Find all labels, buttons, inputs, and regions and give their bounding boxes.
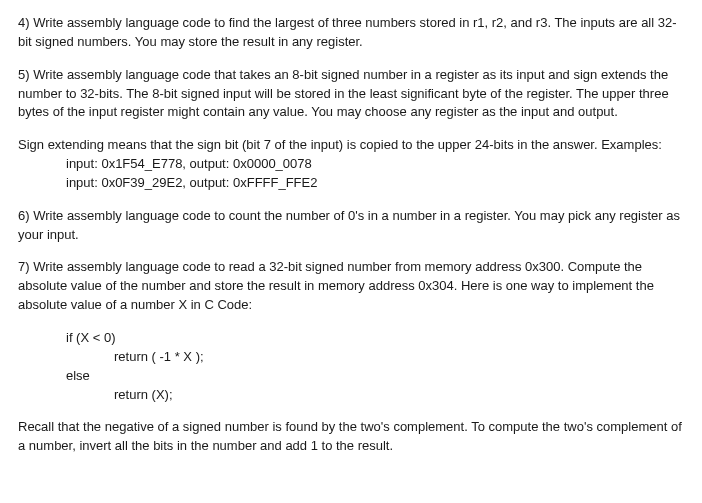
sign-extend-text: Sign extending means that the sign bit (… [18, 136, 684, 155]
code-line-2: return ( -1 * X ); [66, 348, 684, 367]
question-4: 4) Write assembly language code to find … [18, 14, 684, 52]
code-line-3: else [66, 367, 684, 386]
example-2: input: 0x0F39_29E2, output: 0xFFFF_FFE2 [18, 174, 684, 193]
question-5: 5) Write assembly language code that tak… [18, 66, 684, 123]
question-6: 6) Write assembly language code to count… [18, 207, 684, 245]
code-line-1: if (X < 0) [66, 329, 684, 348]
sign-extend-description: Sign extending means that the sign bit (… [18, 136, 684, 193]
question-7: 7) Write assembly language code to read … [18, 258, 684, 315]
c-code-block: if (X < 0) return ( -1 * X ); else retur… [18, 329, 684, 404]
recall-paragraph: Recall that the negative of a signed num… [18, 418, 684, 456]
example-1: input: 0x1F54_E778, output: 0x0000_0078 [18, 155, 684, 174]
code-line-4: return (X); [66, 386, 684, 405]
document-page: 4) Write assembly language code to find … [0, 0, 702, 484]
